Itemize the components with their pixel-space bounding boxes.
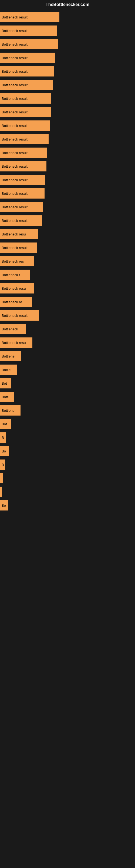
- bottleneck-bar: [0, 473, 3, 484]
- bottleneck-bar: Bo: [0, 500, 8, 510]
- bottleneck-bar: Bottleneck result: [0, 12, 59, 22]
- bottleneck-bar: Bottleneck result: [0, 202, 43, 212]
- bottleneck-bar: Bottleneck resu: [0, 229, 38, 239]
- bottleneck-bar: Bottleneck result: [0, 188, 45, 198]
- bottleneck-bar: Bot: [0, 378, 11, 389]
- bar-row: Bottleneck result: [0, 12, 135, 22]
- bottleneck-bar: Bottleneck result: [0, 120, 50, 131]
- bar-row: Bottleneck result: [0, 107, 135, 117]
- bar-row: Bot: [0, 378, 135, 389]
- bottleneck-bar: Bottleneck result: [0, 53, 55, 63]
- bar-row: Bottleneck result: [0, 26, 135, 36]
- bottleneck-bar: Bottleneck resu: [0, 283, 34, 293]
- bar-row: Bottlene: [0, 351, 135, 361]
- bottleneck-bar: [0, 487, 2, 497]
- bar-row: Bot: [0, 419, 135, 429]
- bottleneck-bar: Bo: [0, 446, 9, 456]
- bar-row: Bottleneck result: [0, 148, 135, 158]
- bar-row: Bo: [0, 446, 135, 456]
- bar-row: Bottleneck result: [0, 39, 135, 50]
- bar-row: Bottleneck re: [0, 297, 135, 307]
- bottleneck-bar: Bot: [0, 419, 11, 429]
- bottleneck-bar: B: [0, 460, 5, 470]
- bar-row: Bottleneck res: [0, 256, 135, 267]
- bar-row: Bottleneck result: [0, 161, 135, 172]
- bar-row: Bottlene: [0, 405, 135, 415]
- bar-row: Bottleneck result: [0, 215, 135, 226]
- bottleneck-bar: Bottlene: [0, 351, 21, 361]
- bottleneck-bar: Bottleneck result: [0, 39, 58, 50]
- bottleneck-bar: Bottleneck result: [0, 134, 49, 144]
- bar-row: Bottleneck result: [0, 120, 135, 131]
- bar-row: [0, 487, 135, 497]
- bar-row: Bottleneck result: [0, 53, 135, 63]
- bottleneck-bar: Bottleneck res: [0, 256, 34, 267]
- bar-row: Bottleneck result: [0, 175, 135, 185]
- bottleneck-bar: Bottl: [0, 392, 14, 402]
- bottleneck-bar: Bottleneck result: [0, 310, 39, 321]
- bar-row: Bottleneck result: [0, 93, 135, 104]
- bottleneck-bar: Bottleneck result: [0, 161, 46, 172]
- bottleneck-bar: Bottleneck result: [0, 66, 54, 76]
- bar-row: Bottleneck resu: [0, 337, 135, 348]
- bottleneck-bar: Bottleneck re: [0, 297, 32, 307]
- bar-row: [0, 473, 135, 484]
- bar-row: Bottleneck r: [0, 270, 135, 280]
- bottleneck-bar: Bottleneck result: [0, 93, 51, 104]
- bottleneck-bar: Bottle: [0, 365, 17, 375]
- bar-row: Bottleneck: [0, 324, 135, 334]
- bar-row: Bottl: [0, 392, 135, 402]
- bottleneck-bar: B: [0, 432, 6, 443]
- bottleneck-bar: Bottleneck resu: [0, 337, 32, 348]
- bottleneck-bar: Bottleneck result: [0, 80, 53, 90]
- bar-row: Bottleneck result: [0, 80, 135, 90]
- bar-row: Bottleneck result: [0, 243, 135, 253]
- bottleneck-bar: Bottlene: [0, 405, 20, 415]
- bar-row: Bottleneck result: [0, 310, 135, 321]
- bar-row: Bottleneck result: [0, 66, 135, 76]
- bar-row: Bottleneck result: [0, 188, 135, 198]
- bottleneck-bar: Bottleneck r: [0, 270, 30, 280]
- bottleneck-bar: Bottleneck result: [0, 107, 51, 117]
- bar-row: Bottleneck resu: [0, 283, 135, 293]
- bar-row: Bottle: [0, 365, 135, 375]
- bottleneck-bar: Bottleneck result: [0, 26, 57, 36]
- bar-row: Bottleneck resu: [0, 229, 135, 239]
- bar-row: B: [0, 460, 135, 470]
- bar-row: Bottleneck result: [0, 134, 135, 144]
- bottleneck-bar: Bottleneck result: [0, 243, 37, 253]
- bar-row: Bo: [0, 500, 135, 510]
- bottleneck-bar: Bottleneck: [0, 324, 26, 334]
- bar-row: B: [0, 432, 135, 443]
- bottleneck-bar: Bottleneck result: [0, 215, 42, 226]
- site-title: TheBottlenecker.com: [0, 0, 135, 9]
- bar-row: Bottleneck result: [0, 202, 135, 212]
- bars-container: Bottleneck resultBottleneck resultBottle…: [0, 9, 135, 517]
- bottleneck-bar: Bottleneck result: [0, 175, 45, 185]
- bottleneck-bar: Bottleneck result: [0, 148, 47, 158]
